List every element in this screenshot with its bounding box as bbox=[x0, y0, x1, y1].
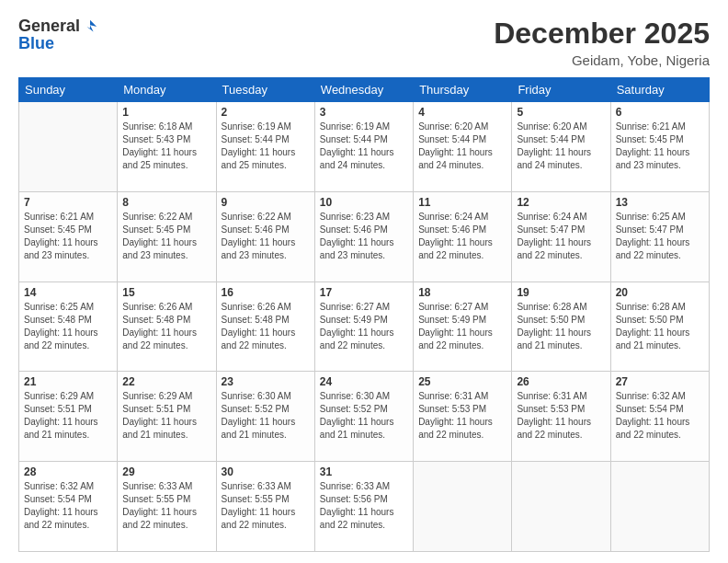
cell-info: Sunrise: 6:20 AM Sunset: 5:44 PM Dayligh… bbox=[517, 121, 605, 172]
day-number: 11 bbox=[418, 196, 506, 209]
cell-info: Sunrise: 6:32 AM Sunset: 5:54 PM Dayligh… bbox=[616, 390, 704, 442]
calendar-cell bbox=[414, 462, 512, 552]
location: Geidam, Yobe, Nigeria bbox=[494, 52, 710, 68]
day-number: 3 bbox=[320, 106, 408, 119]
calendar-cell: 23Sunrise: 6:30 AM Sunset: 5:52 PM Dayli… bbox=[216, 372, 314, 462]
cell-info: Sunrise: 6:31 AM Sunset: 5:53 PM Dayligh… bbox=[517, 390, 605, 442]
cell-info: Sunrise: 6:29 AM Sunset: 5:51 PM Dayligh… bbox=[122, 390, 210, 442]
calendar-cell: 16Sunrise: 6:26 AM Sunset: 5:48 PM Dayli… bbox=[216, 282, 314, 372]
cell-info: Sunrise: 6:25 AM Sunset: 5:48 PM Dayligh… bbox=[24, 301, 112, 352]
day-number: 8 bbox=[122, 196, 210, 209]
calendar-cell bbox=[610, 462, 709, 552]
day-number: 12 bbox=[517, 196, 605, 209]
cell-info: Sunrise: 6:27 AM Sunset: 5:49 PM Dayligh… bbox=[418, 301, 506, 352]
cell-info: Sunrise: 6:30 AM Sunset: 5:52 PM Dayligh… bbox=[222, 390, 310, 442]
day-number: 9 bbox=[222, 196, 310, 209]
calendar-cell: 29Sunrise: 6:33 AM Sunset: 5:55 PM Dayli… bbox=[118, 462, 216, 552]
cell-info: Sunrise: 6:28 AM Sunset: 5:50 PM Dayligh… bbox=[616, 301, 704, 352]
calendar-cell: 24Sunrise: 6:30 AM Sunset: 5:52 PM Dayli… bbox=[314, 372, 413, 462]
day-number: 26 bbox=[517, 375, 605, 388]
day-number: 15 bbox=[122, 286, 210, 299]
calendar-cell: 31Sunrise: 6:33 AM Sunset: 5:56 PM Dayli… bbox=[314, 462, 413, 552]
calendar-cell: 27Sunrise: 6:32 AM Sunset: 5:54 PM Dayli… bbox=[610, 372, 709, 462]
cell-info: Sunrise: 6:33 AM Sunset: 5:56 PM Dayligh… bbox=[320, 480, 408, 532]
cell-info: Sunrise: 6:24 AM Sunset: 5:47 PM Dayligh… bbox=[517, 211, 605, 262]
day-number: 18 bbox=[418, 286, 506, 299]
day-number: 13 bbox=[616, 196, 704, 209]
cell-info: Sunrise: 6:29 AM Sunset: 5:51 PM Dayligh… bbox=[24, 390, 112, 442]
cell-info: Sunrise: 6:19 AM Sunset: 5:44 PM Dayligh… bbox=[320, 121, 408, 172]
calendar-cell: 8Sunrise: 6:22 AM Sunset: 5:45 PM Daylig… bbox=[118, 191, 216, 282]
logo-text: General bbox=[18, 17, 98, 36]
column-header-sunday: Sunday bbox=[19, 78, 118, 102]
day-number: 21 bbox=[24, 375, 112, 388]
calendar-cell: 3Sunrise: 6:19 AM Sunset: 5:44 PM Daylig… bbox=[314, 102, 413, 192]
logo: General Blue bbox=[18, 17, 98, 53]
day-number: 20 bbox=[616, 286, 704, 299]
column-header-thursday: Thursday bbox=[414, 78, 512, 102]
cell-info: Sunrise: 6:27 AM Sunset: 5:49 PM Dayligh… bbox=[320, 301, 408, 352]
calendar-cell: 14Sunrise: 6:25 AM Sunset: 5:48 PM Dayli… bbox=[19, 282, 118, 372]
cell-info: Sunrise: 6:20 AM Sunset: 5:44 PM Dayligh… bbox=[418, 121, 506, 172]
cell-info: Sunrise: 6:32 AM Sunset: 5:54 PM Dayligh… bbox=[24, 480, 112, 532]
column-header-tuesday: Tuesday bbox=[216, 78, 314, 102]
logo-general: General bbox=[18, 17, 80, 36]
logo-bird-icon bbox=[82, 18, 98, 35]
cell-info: Sunrise: 6:24 AM Sunset: 5:46 PM Dayligh… bbox=[418, 211, 506, 262]
calendar-cell: 20Sunrise: 6:28 AM Sunset: 5:50 PM Dayli… bbox=[610, 282, 709, 372]
column-header-wednesday: Wednesday bbox=[314, 78, 413, 102]
cell-info: Sunrise: 6:22 AM Sunset: 5:46 PM Dayligh… bbox=[222, 211, 310, 262]
calendar-cell: 19Sunrise: 6:28 AM Sunset: 5:50 PM Dayli… bbox=[512, 282, 610, 372]
column-header-monday: Monday bbox=[118, 78, 216, 102]
calendar-cell: 17Sunrise: 6:27 AM Sunset: 5:49 PM Dayli… bbox=[314, 282, 413, 372]
calendar-cell: 7Sunrise: 6:21 AM Sunset: 5:45 PM Daylig… bbox=[19, 191, 118, 282]
svg-marker-0 bbox=[86, 19, 97, 31]
calendar-cell: 30Sunrise: 6:33 AM Sunset: 5:55 PM Dayli… bbox=[216, 462, 314, 552]
calendar-cell bbox=[512, 462, 610, 552]
column-header-saturday: Saturday bbox=[610, 78, 709, 102]
title-block: December 2025 Geidam, Yobe, Nigeria bbox=[494, 17, 710, 68]
column-header-friday: Friday bbox=[512, 78, 610, 102]
calendar-cell bbox=[19, 102, 118, 192]
day-number: 5 bbox=[517, 106, 605, 119]
day-number: 22 bbox=[122, 375, 210, 388]
day-number: 1 bbox=[122, 106, 210, 119]
calendar-cell: 6Sunrise: 6:21 AM Sunset: 5:45 PM Daylig… bbox=[610, 102, 709, 192]
day-number: 16 bbox=[222, 286, 310, 299]
day-number: 14 bbox=[24, 286, 112, 299]
cell-info: Sunrise: 6:33 AM Sunset: 5:55 PM Dayligh… bbox=[222, 480, 310, 532]
calendar-cell: 2Sunrise: 6:19 AM Sunset: 5:44 PM Daylig… bbox=[216, 102, 314, 192]
day-number: 27 bbox=[616, 375, 704, 388]
cell-info: Sunrise: 6:21 AM Sunset: 5:45 PM Dayligh… bbox=[24, 211, 112, 262]
header: General Blue December 2025 Geidam, Yobe,… bbox=[18, 17, 710, 68]
day-number: 10 bbox=[320, 196, 408, 209]
month-title: December 2025 bbox=[494, 17, 710, 51]
page: General Blue December 2025 Geidam, Yobe,… bbox=[0, 0, 728, 563]
cell-info: Sunrise: 6:31 AM Sunset: 5:53 PM Dayligh… bbox=[418, 390, 506, 442]
calendar-cell: 11Sunrise: 6:24 AM Sunset: 5:46 PM Dayli… bbox=[414, 191, 512, 282]
day-number: 17 bbox=[320, 286, 408, 299]
cell-info: Sunrise: 6:26 AM Sunset: 5:48 PM Dayligh… bbox=[222, 301, 310, 352]
logo-blue: Blue bbox=[18, 34, 54, 53]
calendar-cell: 13Sunrise: 6:25 AM Sunset: 5:47 PM Dayli… bbox=[610, 191, 709, 282]
day-number: 19 bbox=[517, 286, 605, 299]
cell-info: Sunrise: 6:19 AM Sunset: 5:44 PM Dayligh… bbox=[222, 121, 310, 172]
calendar-cell: 15Sunrise: 6:26 AM Sunset: 5:48 PM Dayli… bbox=[118, 282, 216, 372]
day-number: 28 bbox=[24, 465, 112, 478]
calendar-cell: 10Sunrise: 6:23 AM Sunset: 5:46 PM Dayli… bbox=[314, 191, 413, 282]
cell-info: Sunrise: 6:18 AM Sunset: 5:43 PM Dayligh… bbox=[122, 121, 210, 172]
calendar-cell: 9Sunrise: 6:22 AM Sunset: 5:46 PM Daylig… bbox=[216, 191, 314, 282]
cell-info: Sunrise: 6:25 AM Sunset: 5:47 PM Dayligh… bbox=[616, 211, 704, 262]
calendar-cell: 26Sunrise: 6:31 AM Sunset: 5:53 PM Dayli… bbox=[512, 372, 610, 462]
day-number: 25 bbox=[418, 375, 506, 388]
cell-info: Sunrise: 6:30 AM Sunset: 5:52 PM Dayligh… bbox=[320, 390, 408, 442]
day-number: 7 bbox=[24, 196, 112, 209]
day-number: 6 bbox=[616, 106, 704, 119]
calendar-cell: 4Sunrise: 6:20 AM Sunset: 5:44 PM Daylig… bbox=[414, 102, 512, 192]
calendar-cell: 12Sunrise: 6:24 AM Sunset: 5:47 PM Dayli… bbox=[512, 191, 610, 282]
calendar-cell: 5Sunrise: 6:20 AM Sunset: 5:44 PM Daylig… bbox=[512, 102, 610, 192]
calendar-cell: 28Sunrise: 6:32 AM Sunset: 5:54 PM Dayli… bbox=[19, 462, 118, 552]
calendar-cell: 21Sunrise: 6:29 AM Sunset: 5:51 PM Dayli… bbox=[19, 372, 118, 462]
day-number: 29 bbox=[122, 465, 210, 478]
calendar-cell: 1Sunrise: 6:18 AM Sunset: 5:43 PM Daylig… bbox=[118, 102, 216, 192]
